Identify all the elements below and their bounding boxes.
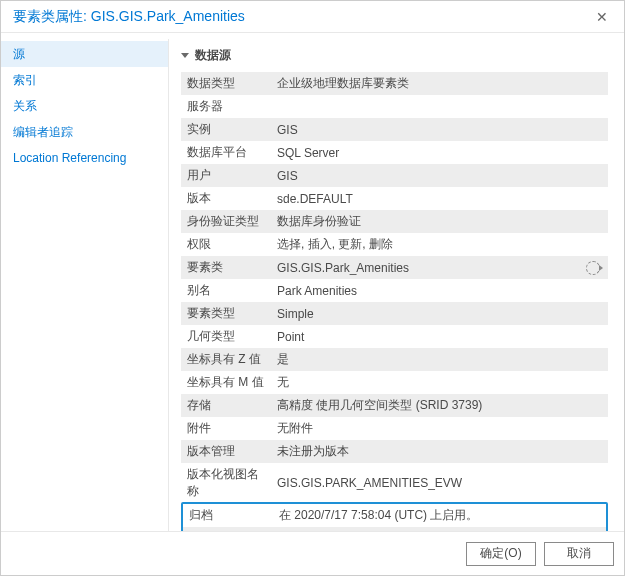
prop-label: 用户: [181, 164, 271, 187]
table-row: 权限选择, 插入, 更新, 删除: [181, 233, 608, 256]
title-prefix: 要素类属性:: [13, 8, 91, 24]
prop-label: 几何类型: [181, 325, 271, 348]
prop-value: GIS: [271, 164, 608, 187]
table-row: 附件无附件: [181, 417, 608, 440]
table-row: 存储高精度 使用几何空间类型 (SRID 3739): [181, 394, 608, 417]
prop-value: Park Amenities: [271, 279, 608, 302]
prop-label: 版本: [181, 187, 271, 210]
bottombar: 确定(O) 取消: [1, 531, 624, 575]
sidebar-item-label: 编辑者追踪: [13, 125, 73, 139]
highlight-archive-block: 归档在 2020/7/17 7:58:04 (UTC) 上启用。 存档名称GIS…: [181, 502, 608, 531]
prop-value: 是: [271, 348, 608, 371]
main-panel: 数据源 数据类型企业级地理数据库要素类 服务器 实例GIS 数据库平台SQL S…: [169, 39, 618, 531]
table-row: 身份验证类型数据库身份验证: [181, 210, 608, 233]
prop-value-text: GIS.GIS.Park_Amenities: [277, 261, 409, 275]
prop-label: 坐标具有 M 值: [181, 371, 271, 394]
sidebar-item-label: 关系: [13, 99, 37, 113]
prop-label: 存储: [181, 394, 271, 417]
title-object: GIS.GIS.Park_Amenities: [91, 8, 245, 24]
section-header-data-source[interactable]: 数据源: [181, 47, 608, 64]
prop-label: 附件: [181, 417, 271, 440]
prop-label: 实例: [181, 118, 271, 141]
prop-value: 数据库身份验证: [271, 210, 608, 233]
prop-value: 无: [271, 371, 608, 394]
table-row: 版本管理未注册为版本: [181, 440, 608, 463]
table-row: 数据类型企业级地理数据库要素类: [181, 72, 608, 95]
prop-value: sde.DEFAULT: [271, 187, 608, 210]
table-row: 数据库平台SQL Server: [181, 141, 608, 164]
table-row: 用户GIS: [181, 164, 608, 187]
prop-value: Simple: [271, 302, 608, 325]
table-row: 坐标具有 M 值无: [181, 371, 608, 394]
close-icon[interactable]: ✕: [588, 3, 616, 31]
section-title: 数据源: [195, 47, 231, 64]
prop-label: 数据类型: [181, 72, 271, 95]
sidebar-item-source[interactable]: 源: [1, 41, 168, 67]
sidebar-item-editor-tracking[interactable]: 编辑者追踪: [1, 119, 168, 145]
dialog-title: 要素类属性: GIS.GIS.Park_Amenities: [13, 8, 588, 26]
table-row: 归档在 2020/7/17 7:58:04 (UTC) 上启用。: [183, 504, 606, 527]
prop-label: 要素类型: [181, 302, 271, 325]
sidebar-item-location-referencing[interactable]: Location Referencing: [1, 145, 168, 171]
prop-value: GIS.GIS.Park_Amenities: [271, 256, 608, 279]
dialog-body: 源 索引 关系 编辑者追踪 Location Referencing 数据源 数…: [1, 33, 624, 531]
prop-label: 身份验证类型: [181, 210, 271, 233]
prop-value: 无附件: [271, 417, 608, 440]
table-row: 别名Park Amenities: [181, 279, 608, 302]
prop-value: [271, 95, 608, 118]
sidebar-item-label: 源: [13, 47, 25, 61]
table-row: 实例GIS: [181, 118, 608, 141]
sidebar-item-label: 索引: [13, 73, 37, 87]
prop-value: 在 2020/7/17 7:58:04 (UTC) 上启用。: [273, 504, 606, 527]
sidebar-item-relationships[interactable]: 关系: [1, 93, 168, 119]
sidebar-item-label: Location Referencing: [13, 151, 126, 165]
prop-value: SQL Server: [271, 141, 608, 164]
chevron-down-icon: [181, 53, 189, 58]
prop-label: 版本管理: [181, 440, 271, 463]
table-row: 版本sde.DEFAULT: [181, 187, 608, 210]
prop-value: Point: [271, 325, 608, 348]
prop-value: 未注册为版本: [271, 440, 608, 463]
table-row: 服务器: [181, 95, 608, 118]
table-row: 几何类型Point: [181, 325, 608, 348]
prop-label: 数据库平台: [181, 141, 271, 164]
prop-label: 归档: [183, 504, 273, 527]
prop-label: 要素类: [181, 256, 271, 279]
properties-table: 数据类型企业级地理数据库要素类 服务器 实例GIS 数据库平台SQL Serve…: [181, 72, 608, 503]
prop-value: GIS.GIS.PARK_AMENITIES_EVW: [271, 463, 608, 503]
prop-value: GIS: [271, 118, 608, 141]
sidebar: 源 索引 关系 编辑者追踪 Location Referencing: [1, 39, 169, 531]
prop-label: 坐标具有 Z 值: [181, 348, 271, 371]
prop-value: 企业级地理数据库要素类: [271, 72, 608, 95]
goto-icon[interactable]: [586, 261, 600, 275]
table-row: 版本化视图名称GIS.GIS.PARK_AMENITIES_EVW: [181, 463, 608, 503]
prop-value: 高精度 使用几何空间类型 (SRID 3739): [271, 394, 608, 417]
ok-button[interactable]: 确定(O): [466, 542, 536, 566]
prop-label: 服务器: [181, 95, 271, 118]
sidebar-item-index[interactable]: 索引: [1, 67, 168, 93]
cancel-button[interactable]: 取消: [544, 542, 614, 566]
prop-label: 别名: [181, 279, 271, 302]
prop-label: 版本化视图名称: [181, 463, 271, 503]
prop-value: 选择, 插入, 更新, 删除: [271, 233, 608, 256]
table-row: 坐标具有 Z 值是: [181, 348, 608, 371]
prop-label: 权限: [181, 233, 271, 256]
titlebar: 要素类属性: GIS.GIS.Park_Amenities ✕: [1, 1, 624, 33]
table-row: 要素类GIS.GIS.Park_Amenities: [181, 256, 608, 279]
table-row: 要素类型Simple: [181, 302, 608, 325]
feature-class-properties-dialog: 要素类属性: GIS.GIS.Park_Amenities ✕ 源 索引 关系 …: [0, 0, 625, 576]
